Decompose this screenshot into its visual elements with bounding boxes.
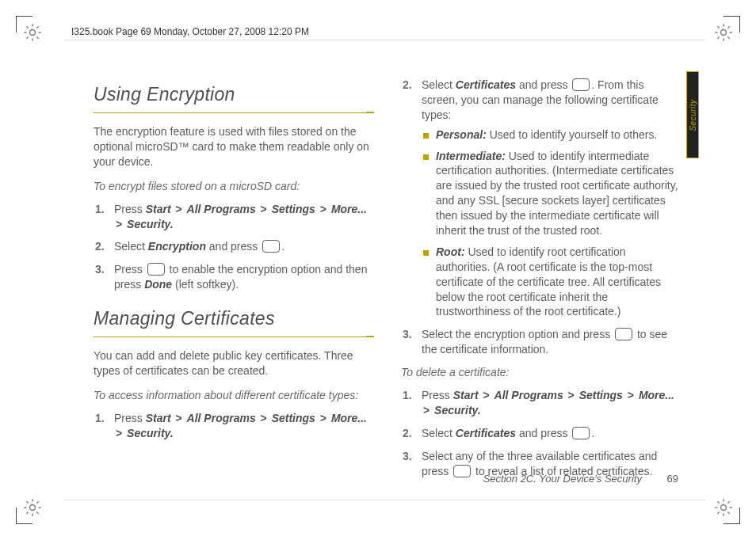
instruction-label: To encrypt files stored on a microSD car… <box>94 179 374 194</box>
text: Used to identify yourself to others. <box>487 128 658 141</box>
text: Select <box>114 240 148 253</box>
svg-point-0 <box>30 30 36 36</box>
option-certificates: Certificates <box>456 78 516 91</box>
chevron: > <box>422 404 431 416</box>
softkey-done: Done <box>144 278 172 291</box>
heading-rule <box>94 110 374 113</box>
heading-managing-certificates: Managing Certificates <box>94 306 374 331</box>
menu-path-more: More... <box>331 203 367 215</box>
instruction-label: To delete a certificate: <box>401 365 682 380</box>
chevron: > <box>259 203 269 215</box>
steps-list: Press Start > All Programs > Settings > … <box>94 202 374 292</box>
option-encryption: Encryption <box>148 240 206 253</box>
footer-section: Section 2C. Your Device's Security <box>483 473 642 485</box>
ok-button-icon <box>572 427 590 439</box>
menu-path-all-programs: All Programs <box>187 412 256 424</box>
page-number: 69 <box>667 473 678 485</box>
page: I325.book Page 69 Monday, October 27, 20… <box>0 0 756 540</box>
gear-icon <box>713 22 734 43</box>
step-item: Press to enable the encryption option an… <box>94 262 374 292</box>
section-tab-security: Security <box>686 71 699 158</box>
chevron: > <box>259 412 269 424</box>
right-column: Select Certificates and press . From thi… <box>401 78 682 465</box>
text: Press <box>114 203 146 215</box>
step-item: Select the encryption option and press t… <box>401 327 682 357</box>
binder-rule <box>63 40 705 40</box>
menu-path-all-programs: All Programs <box>494 389 563 401</box>
menu-path-start: Start <box>146 412 171 424</box>
text: (left softkey). <box>172 278 239 291</box>
svg-point-3 <box>721 505 727 511</box>
step-item: Select Certificates and press . From thi… <box>401 78 682 319</box>
ok-button-icon <box>615 328 632 340</box>
menu-path-more: More... <box>639 389 674 401</box>
binder-rule <box>63 500 705 500</box>
steps-list: Press Start > All Programs > Settings > … <box>94 411 374 441</box>
menu-path-settings: Settings <box>579 389 623 401</box>
ok-button-icon <box>147 263 165 276</box>
content-area: Using Encryption The encryption feature … <box>94 78 682 465</box>
text: Select the encryption option and press <box>422 328 613 340</box>
option-certificates: Certificates <box>456 427 516 439</box>
text: Select <box>422 427 456 439</box>
menu-path-more: More... <box>331 412 367 424</box>
bullet-root: Root: Used to identify root certificatio… <box>422 245 682 319</box>
chevron: > <box>567 389 576 401</box>
chevron: > <box>481 389 491 401</box>
chevron: > <box>626 389 636 401</box>
menu-path-start: Start <box>453 389 479 401</box>
step-item: Press Start > All Programs > Settings > … <box>401 388 682 418</box>
label-intermediate: Intermediate: <box>436 150 506 162</box>
gear-icon <box>713 497 734 518</box>
steps-list-cont: Select Certificates and press . From thi… <box>401 78 682 357</box>
step-item: Select Encryption and press . <box>94 239 374 254</box>
certificate-types-list: Personal: Used to identify yourself to o… <box>422 127 682 320</box>
text: . <box>281 240 284 253</box>
text: and press <box>516 427 571 439</box>
svg-point-1 <box>721 30 727 36</box>
text: Used to identify root certification auth… <box>436 245 661 318</box>
paragraph: You can add and delete public key certif… <box>94 348 374 378</box>
chevron: > <box>174 203 183 215</box>
menu-path-security: Security. <box>127 218 174 230</box>
menu-path-settings: Settings <box>272 203 315 215</box>
heading-rule <box>94 334 374 337</box>
gear-icon <box>22 497 43 518</box>
label-personal: Personal: <box>436 128 487 141</box>
heading-using-encryption: Using Encryption <box>94 82 374 107</box>
chevron: > <box>319 412 328 424</box>
bullet-intermediate: Intermediate: Used to identify intermedi… <box>422 149 682 238</box>
text: Press <box>422 389 453 401</box>
bullet-personal: Personal: Used to identify yourself to o… <box>422 127 682 143</box>
instruction-label: To access information about different ce… <box>94 388 374 403</box>
binder-header: I325.book Page 69 Monday, October 27, 20… <box>71 26 309 37</box>
text: . <box>591 427 594 439</box>
step-item: Press Start > All Programs > Settings > … <box>94 202 374 232</box>
menu-path-security: Security. <box>127 427 174 439</box>
ok-button-icon <box>572 78 590 91</box>
steps-list: Press Start > All Programs > Settings > … <box>401 388 682 478</box>
step-item: Select Certificates and press . <box>401 426 682 441</box>
svg-point-2 <box>30 505 36 511</box>
text: and press <box>206 240 261 253</box>
text: and press <box>516 78 571 91</box>
menu-path-all-programs: All Programs <box>187 203 256 215</box>
menu-path-start: Start <box>146 203 171 215</box>
text: Press <box>114 263 146 276</box>
page-footer: Section 2C. Your Device's Security 69 <box>483 473 678 485</box>
step-item: Press Start > All Programs > Settings > … <box>94 411 374 441</box>
menu-path-security: Security. <box>434 404 481 416</box>
text: Select <box>422 78 456 91</box>
chevron: > <box>114 218 124 230</box>
menu-path-settings: Settings <box>272 412 315 424</box>
section-tab-label: Security <box>689 99 697 131</box>
label-root: Root: <box>436 245 465 258</box>
chevron: > <box>174 412 183 424</box>
left-column: Using Encryption The encryption feature … <box>94 78 374 465</box>
gear-icon <box>22 22 43 43</box>
paragraph: The encryption feature is used with file… <box>94 124 374 169</box>
ok-button-icon <box>453 465 471 477</box>
chevron: > <box>319 203 328 215</box>
text: Used to identify intermediate certificat… <box>436 150 678 237</box>
chevron: > <box>114 427 124 439</box>
